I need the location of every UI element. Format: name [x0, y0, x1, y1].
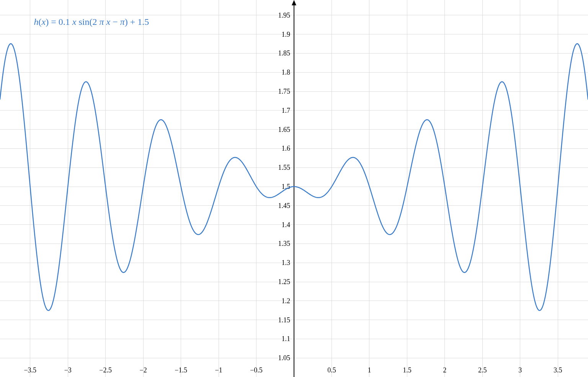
- y-tick-label: 1.15: [278, 316, 291, 324]
- y-tick-label: 1.55: [278, 164, 291, 171]
- function-plot: 1.051.11.151.21.251.31.351.41.451.51.551…: [0, 0, 588, 377]
- x-tick-label: 2: [443, 366, 446, 374]
- y-tick-label: 1.85: [278, 49, 291, 57]
- y-tick-label: 1.9: [282, 31, 291, 38]
- x-tick-label: 2.5: [478, 366, 487, 374]
- x-tick-label: 3: [518, 366, 522, 374]
- y-tick-label: 1.7: [282, 107, 291, 114]
- y-tick-label: 1.3: [282, 259, 291, 266]
- y-tick-label: 1.25: [278, 278, 291, 286]
- y-axis-arrow: [292, 0, 296, 5]
- x-tick-label: 1: [368, 366, 371, 374]
- equation-label: h(x) = 0.1 x sin(2 π x − π) + 1.5: [34, 17, 149, 27]
- y-tick-label: 1.95: [278, 11, 291, 19]
- x-tick-label: −2.5: [99, 366, 112, 374]
- y-tick-label: 1.8: [282, 68, 291, 76]
- y-tick-label: 1.05: [278, 354, 291, 362]
- y-tick-label: 1.75: [278, 88, 291, 95]
- y-tick-label: 1.2: [282, 297, 291, 305]
- x-tick-label: 0.5: [327, 366, 336, 374]
- x-tick-label: 1.5: [403, 366, 412, 374]
- x-tick-label: −0.5: [250, 366, 263, 374]
- y-tick-label: 1.4: [282, 221, 291, 229]
- y-tick-label: 1.35: [278, 240, 291, 247]
- x-tick-label: −2: [140, 366, 147, 374]
- y-tick-label: 1.45: [278, 202, 291, 210]
- y-tick-label: 1.65: [278, 126, 291, 133]
- y-tick-label: 1.6: [282, 145, 291, 152]
- chart-container: 1.051.11.151.21.251.31.351.41.451.51.551…: [0, 0, 588, 377]
- x-tick-label: 3.5: [554, 366, 562, 374]
- x-tick-label: −3.5: [24, 366, 36, 374]
- axes: [292, 0, 296, 377]
- x-tick-label: −1.5: [175, 366, 187, 374]
- x-tick-label: −3: [64, 366, 72, 374]
- x-tick-label: −1: [215, 366, 222, 374]
- y-tick-label: 1.1: [282, 335, 291, 343]
